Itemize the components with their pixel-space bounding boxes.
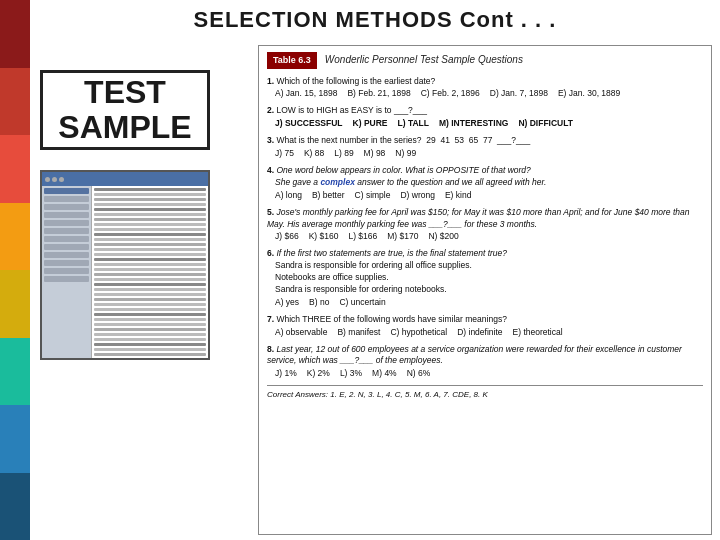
question-1: 1. Which of the following is the earlies…: [267, 76, 703, 101]
screen-line-10: [94, 233, 206, 236]
sidebar-item-12: [44, 276, 89, 282]
correct-answers: Correct Answers: 1. E, 2. N, 3. L, 4. C,…: [267, 385, 703, 400]
screen-line-25: [94, 308, 206, 311]
screen-line-21: [94, 288, 206, 291]
main-content: TEST SAMPLE: [30, 40, 720, 540]
q6-sublines: Sandra is responsible for ordering all o…: [275, 260, 703, 296]
q4-subtext: She gave a complex answer to the questio…: [275, 177, 703, 189]
q7-text: Which THREE of the following words have …: [276, 314, 506, 324]
screen-line-33: [94, 348, 206, 351]
screen-dot-2: [52, 177, 57, 182]
question-6: 6. If the first two statements are true,…: [267, 248, 703, 308]
sidebar-item-3: [44, 204, 89, 210]
screen-line-8: [94, 223, 206, 226]
screen-line-28: [94, 323, 206, 326]
screen-line-26: [94, 313, 206, 316]
screen-dot-3: [59, 177, 64, 182]
screen-line-12: [94, 243, 206, 246]
screen-line-5: [94, 208, 206, 211]
screen-line-32: [94, 343, 206, 346]
screen-line-3: [94, 198, 206, 201]
screen-line-9: [94, 228, 206, 231]
screen-line-11: [94, 238, 206, 241]
q2-answers: J) SUCCESSFUL K) PURE L) TALL M) INTERES…: [275, 118, 703, 130]
screen-line-13: [94, 248, 206, 251]
q5-answers: J) $66 K) $160 L) $166 M) $170 N) $200: [275, 231, 703, 243]
screen-line-20: [94, 283, 206, 286]
screen-line-4: [94, 203, 206, 206]
left-panel: TEST SAMPLE: [30, 40, 250, 540]
q4-text: One word below appears in color. What is…: [276, 165, 530, 175]
wonderlic-card: Table 6.3 Wonderlic Personnel Test Sampl…: [258, 45, 712, 535]
screen-line-22: [94, 293, 206, 296]
screen-mockup: [40, 170, 210, 360]
screen-line-31: [94, 338, 206, 341]
q7-answers: A) observable B) manifest C) hypothetica…: [275, 327, 703, 339]
screen-line-16: [94, 263, 206, 266]
sidebar-item-11: [44, 268, 89, 274]
q6-answers: A) yes B) no C) uncertain: [275, 297, 703, 309]
screen-main-area: [92, 186, 208, 358]
question-8: 8. Last year, 12 out of 600 employees at…: [267, 344, 703, 381]
q6-text: If the first two statements are true, is…: [276, 248, 507, 258]
screen-line-6: [94, 213, 206, 216]
question-4: 4. One word below appears in color. What…: [267, 165, 703, 202]
q5-text: Jose's monthly parking fee for April was…: [267, 207, 689, 229]
page-title: SELECTION METHODS Cont . . .: [194, 7, 557, 33]
screen-line-29: [94, 328, 206, 331]
screen-line-30: [94, 333, 206, 336]
question-3: 3. What is the next number in the series…: [267, 135, 703, 160]
screen-line-23: [94, 298, 206, 301]
q1-answers: A) Jan. 15, 1898 B) Feb. 21, 1898 C) Feb…: [275, 88, 703, 100]
sidebar-item-10: [44, 260, 89, 266]
screen-line-19: [94, 278, 206, 281]
question-7: 7. Which THREE of the following words ha…: [267, 314, 703, 339]
question-2: 2. LOW is to HIGH as EASY is to ___?___ …: [267, 105, 703, 130]
q1-text: Which of the following is the earliest d…: [276, 76, 435, 86]
right-panel: Table 6.3 Wonderlic Personnel Test Sampl…: [250, 40, 720, 540]
screen-line-14: [94, 253, 206, 256]
sidebar-item-4: [44, 212, 89, 218]
sidebar-item-8: [44, 244, 89, 250]
wonderlic-title: Wonderlic Personnel Test Sample Question…: [325, 53, 523, 67]
q2-text: LOW is to HIGH as EASY is to ___?___: [276, 105, 427, 115]
sidebar-item-9: [44, 252, 89, 258]
screen-line-17: [94, 268, 206, 271]
table-badge: Table 6.3: [267, 52, 317, 69]
q4-answers: A) long B) better C) simple D) wrong E) …: [275, 190, 703, 202]
screen-line-18: [94, 273, 206, 276]
question-5: 5. Jose's monthly parking fee for April …: [267, 207, 703, 244]
q3-text: What is the next number in the series? 2…: [276, 135, 530, 145]
q8-text: Last year, 12 out of 600 employees at a …: [267, 344, 682, 366]
screen-sidebar: [42, 186, 92, 358]
q8-answers: J) 1% K) 2% L) 3% M) 4% N) 6%: [275, 368, 703, 380]
screen-topbar: [42, 172, 208, 186]
screen-dot-1: [45, 177, 50, 182]
screen-line-1: [94, 188, 206, 191]
sidebar-item-5: [44, 220, 89, 226]
sidebar-item-7: [44, 236, 89, 242]
screen-line-34: [94, 353, 206, 356]
test-sample-text: TEST SAMPLE: [58, 75, 191, 145]
decorative-bars: [0, 0, 30, 540]
screen-line-7: [94, 218, 206, 221]
sidebar-item-1: [44, 188, 89, 194]
screen-line-2: [94, 193, 206, 196]
screen-line-27: [94, 318, 206, 321]
page-header: SELECTION METHODS Cont . . .: [30, 0, 720, 40]
q3-answers: J) 75 K) 88 L) 89 M) 98 N) 99: [275, 148, 703, 160]
screen-line-24: [94, 303, 206, 306]
screen-line-15: [94, 258, 206, 261]
screen-line-35: [94, 358, 206, 360]
test-sample-box: TEST SAMPLE: [40, 70, 210, 150]
wonderlic-header: Table 6.3 Wonderlic Personnel Test Sampl…: [267, 52, 703, 69]
sidebar-item-6: [44, 228, 89, 234]
sidebar-item-2: [44, 196, 89, 202]
